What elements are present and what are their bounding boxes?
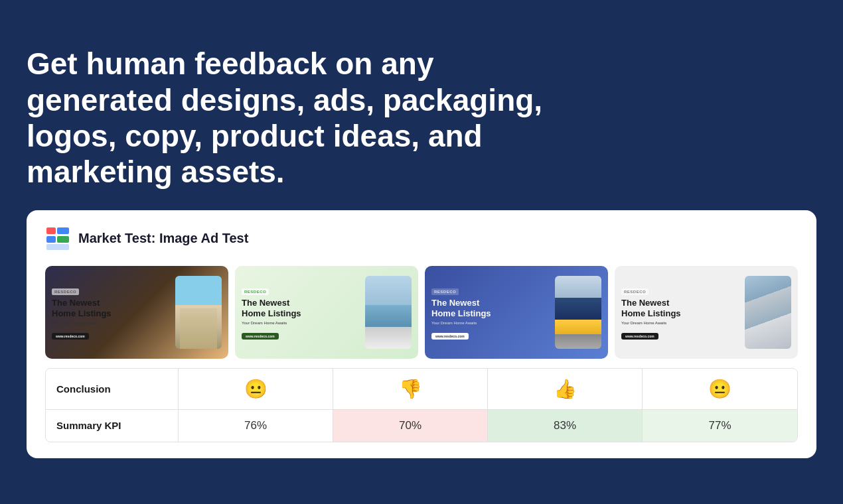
kpi-value-2: 70% — [399, 419, 422, 432]
ad-3-cta: www.resdeco.com — [431, 333, 469, 340]
conclusion-emoji-4: 😐 — [708, 378, 731, 400]
conclusion-ad4: 😐 — [643, 369, 797, 409]
ad-3-image — [555, 276, 601, 349]
kpi-value-4: 77% — [708, 419, 731, 432]
ad-card-1: RESDECO The NewestHome Listings Your Dre… — [45, 266, 228, 359]
ad-4-title: The NewestHome Listings — [621, 298, 741, 318]
ad-4-logo: RESDECO — [621, 288, 649, 295]
ad-4-text: RESDECO The NewestHome Listings Your Dre… — [621, 284, 745, 340]
ad-1-title: The NewestHome Listings — [52, 298, 171, 318]
ad-card-2: RESDECO The NewestHome Listings Your Dre… — [235, 266, 418, 359]
ad-4-cta: www.resdeco.com — [621, 333, 658, 340]
ad-1-cta: www.resdeco.com — [52, 333, 89, 340]
headline: Get human feedback on any generated desi… — [27, 46, 544, 190]
ad-2-title: The NewestHome Listings — [242, 298, 361, 318]
ad-4-subtitle: Your Dream Home Awaits — [621, 321, 741, 325]
ad-2-logo: RESDECO — [242, 288, 269, 295]
ad-3-text: RESDECO The NewestHome Listings Your Dre… — [431, 284, 555, 340]
kpi-ad3: 83% — [488, 410, 643, 442]
ad-card-3: RESDECO The NewestHome Listings Your Dre… — [425, 266, 608, 359]
conclusion-ad3: 👍 — [488, 369, 643, 409]
kpi-label: Summary KPI — [46, 410, 179, 442]
kpi-row: Summary KPI 76% 70% 83% 77% — [46, 410, 797, 442]
ad-2-image — [365, 276, 412, 349]
svg-rect-0 — [46, 227, 56, 234]
ad-images-row: RESDECO The NewestHome Listings Your Dre… — [45, 266, 798, 359]
ad-2-subtitle: Your Dream Home Awaits — [242, 321, 361, 325]
ad-1-logo: RESDECO — [52, 288, 79, 295]
ad-card-4: RESDECO The NewestHome Listings Your Dre… — [615, 266, 798, 359]
svg-rect-1 — [46, 236, 56, 243]
ad-3-subtitle: Your Dream Home Awaits — [431, 321, 551, 325]
card-header: Market Test: Image Ad Test — [45, 226, 798, 251]
conclusion-emoji-2: 👎 — [399, 378, 422, 400]
brand-logo-icon — [45, 226, 70, 251]
kpi-ad2: 70% — [333, 410, 488, 442]
ad-2-cta: www.resdeco.com — [242, 333, 279, 340]
conclusion-emoji-3: 👍 — [554, 378, 577, 400]
kpi-ad4: 77% — [643, 410, 797, 442]
kpi-value-3: 83% — [554, 419, 576, 432]
svg-rect-3 — [57, 236, 69, 243]
kpi-value-1: 76% — [244, 419, 267, 432]
conclusion-label: Conclusion — [46, 369, 179, 409]
ad-3-logo: RESDECO — [431, 288, 459, 295]
card-title: Market Test: Image Ad Test — [78, 231, 248, 246]
ad-2-text: RESDECO The NewestHome Listings Your Dre… — [242, 284, 365, 340]
conclusion-row: Conclusion 😐 👎 👍 😐 — [46, 369, 797, 410]
ad-1-image — [175, 276, 222, 349]
svg-rect-4 — [46, 244, 69, 250]
conclusion-emoji-1: 😐 — [244, 378, 268, 400]
market-test-card: Market Test: Image Ad Test RESDECO The N… — [27, 210, 816, 458]
ad-3-title: The NewestHome Listings — [431, 298, 551, 318]
ad-4-image — [745, 276, 791, 349]
svg-rect-2 — [57, 227, 69, 234]
ad-1-subtitle: Your Dream Home Awaits — [52, 321, 171, 325]
conclusion-ad2: 👎 — [333, 369, 488, 409]
conclusion-ad1: 😐 — [179, 369, 333, 409]
kpi-ad1: 76% — [179, 410, 333, 442]
page-container: Get human feedback on any generated desi… — [27, 20, 816, 484]
ad-1-text: RESDECO The NewestHome Listings Your Dre… — [52, 284, 175, 340]
results-table: Conclusion 😐 👎 👍 😐 Summary KPI — [45, 368, 798, 442]
